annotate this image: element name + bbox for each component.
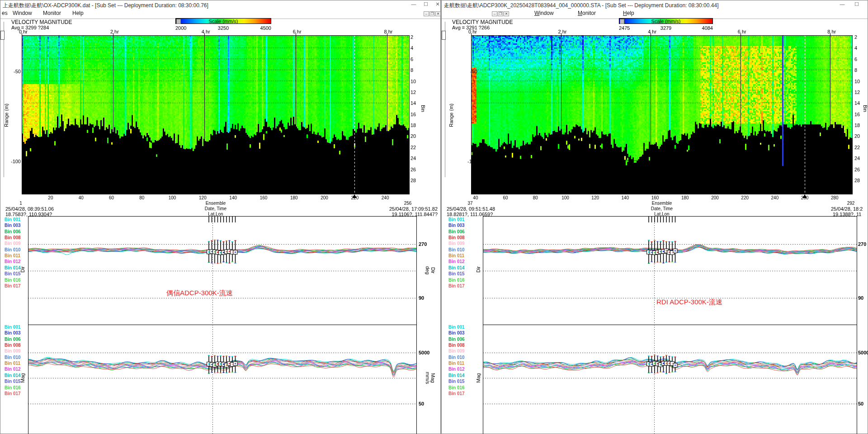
hour-tick (741, 33, 741, 36)
bin-tick: 4 (854, 45, 857, 51)
annotation-text: 偶信ADCP-300K-流速 (166, 289, 233, 297)
range-tick: -100 (5, 159, 21, 164)
menu-item-monitor[interactable]: Monitor (578, 10, 596, 16)
ensemble-tick: 200 (321, 195, 328, 200)
hour-label: 4 hr (648, 29, 656, 34)
ensemble-first: 1 (19, 201, 22, 206)
menu-item-help[interactable]: Help (72, 10, 84, 16)
ensemble-tick: 80 (139, 195, 144, 200)
bin-tick: 10 (410, 79, 416, 84)
bin-tick: 18 (854, 123, 860, 128)
datetime-start: 25/04/28, 08:39:51.06 (5, 206, 54, 212)
bin-tick: 24 (854, 156, 860, 161)
legend-bin-label: Bin 010 (5, 247, 21, 252)
maximize-button[interactable]: ☐ (851, 0, 862, 8)
legend-bin-label: Bin 001 (448, 217, 465, 222)
legend-bin-label: Bin 006 (448, 229, 465, 234)
color-scale-bar[interactable]: Scale (mm/s) (619, 18, 713, 24)
range-tick: -100 (462, 159, 477, 164)
color-scale-bar[interactable]: Scale (mm/s) (175, 18, 271, 24)
hour-tick (471, 33, 472, 36)
range-tick: -50 (462, 69, 477, 74)
scale-tick-max: 4084 (702, 25, 713, 31)
datetime-end: 25/04/28, 17:09:51.82 (338, 206, 438, 212)
datetime-axis-label: Date, Time (651, 206, 673, 211)
ensemble-tick: 240 (771, 195, 779, 200)
scale-label: Scale (mm/s) (619, 19, 712, 24)
window-edge-fragment (4, 22, 4, 177)
minimize-button[interactable]: — (408, 0, 419, 8)
legend-bin-label: Bin 008 (5, 235, 21, 240)
legend-bin-label: Bin 008 (5, 343, 21, 348)
ensemble-axis-label: Ensemble (652, 201, 672, 206)
menu-item-es[interactable]: es (2, 10, 8, 16)
range-tick: -50 (5, 69, 21, 74)
legend-bin-label: Bin 011 (5, 253, 20, 258)
legend-bin-label: Bin 011 (5, 361, 20, 366)
mdi-close-button[interactable]: ✕ (435, 11, 441, 16)
menu-item-monitor[interactable]: Monitor (43, 10, 61, 16)
clipped-window-icon (442, 31, 446, 40)
bin-tick: 26 (854, 167, 860, 172)
legend-bin-label: Bin 009 (5, 241, 21, 246)
scale-label: Scale (mm/s) (176, 19, 271, 24)
bin-tick: 2 (410, 34, 413, 40)
legend-bin-label: Bin 009 (448, 241, 465, 246)
ensemble-tick: 160 (260, 195, 268, 200)
legend-bin-label: Bin 014 (5, 373, 21, 378)
hour-tick (561, 33, 561, 36)
legend-bin-label: Bin 003 (5, 330, 21, 335)
hour-tick (830, 33, 830, 36)
legend-bin-label: Bin 001 (5, 217, 21, 222)
bin-tick: 6 (854, 57, 857, 62)
mdi-minimize-button[interactable]: – (424, 11, 429, 16)
bin-tick: 14 (410, 100, 416, 106)
hour-tick (113, 33, 113, 36)
legend-bin-label: Bin 012 (5, 367, 21, 372)
ensemble-tick: 60 (109, 195, 114, 200)
ensemble-tick: 120 (591, 195, 599, 200)
clipped-window-icon (0, 31, 5, 40)
ensemble-tick: 20 (48, 195, 53, 200)
ensemble-tick: 60 (503, 195, 508, 200)
scale-tick-min: 2475 (619, 25, 630, 31)
bin-tick: 8 (854, 67, 857, 73)
maximize-button[interactable]: ☐ (420, 0, 431, 8)
hour-label: 8 hr (384, 29, 393, 34)
ensemble-tick: 180 (290, 195, 298, 200)
desktop: 上走航数据\走航\OX-ADCP300K.dat - [Sub Set --- … (0, 0, 868, 434)
panel-title: VELOCITY MAGNITUDE (452, 19, 513, 25)
bin-tick: 20 (410, 133, 416, 139)
ensemble-tick: 100 (169, 195, 176, 200)
mdi-minimize-button[interactable]: – (492, 11, 497, 16)
legend-bin-label: Bin 003 (5, 223, 21, 228)
menu-item-window[interactable]: Window (534, 10, 554, 16)
dir-axis-right-label: Dir (430, 267, 436, 274)
close-button[interactable]: ✕ (432, 0, 443, 8)
menu-item-window[interactable]: Window (13, 10, 32, 16)
mdi-restore-button[interactable]: ❐ (429, 11, 435, 16)
ensemble-tick: 100 (561, 195, 569, 200)
legend-bin-label: Bin 016 (5, 385, 21, 390)
dir-tick-top: 270 (858, 241, 866, 247)
bin-tick: 28 (410, 178, 416, 183)
mdi-restore-button[interactable]: ❐ (498, 11, 503, 16)
bin-tick: 18 (410, 123, 416, 128)
mag-axis-right-label: Mag (430, 373, 436, 382)
window-edge-fragment (445, 22, 445, 177)
ensemble-axis-label: Ensemble (206, 201, 226, 206)
legend-bin-label: Bin 010 (448, 247, 465, 252)
mdi-close-button[interactable]: ✕ (504, 11, 509, 16)
dir-tick-bottom: 90 (419, 295, 424, 301)
legend-bin-label: Bin 008 (448, 343, 465, 348)
ensemble-cursor-icon[interactable] (352, 194, 357, 198)
hour-label: 0 hr (19, 29, 28, 34)
bin-tick: 6 (410, 57, 413, 62)
minimize-button[interactable]: — (837, 0, 848, 8)
latlon-end: 19.1388?, 11 (833, 212, 861, 217)
menu-item-help[interactable]: Help (623, 10, 634, 16)
bin-axis-label: Bin (863, 105, 868, 112)
ensemble-tick: 40 (79, 195, 84, 200)
ensemble-cursor-icon[interactable] (802, 194, 807, 198)
hour-label: 8 hr (827, 29, 836, 34)
